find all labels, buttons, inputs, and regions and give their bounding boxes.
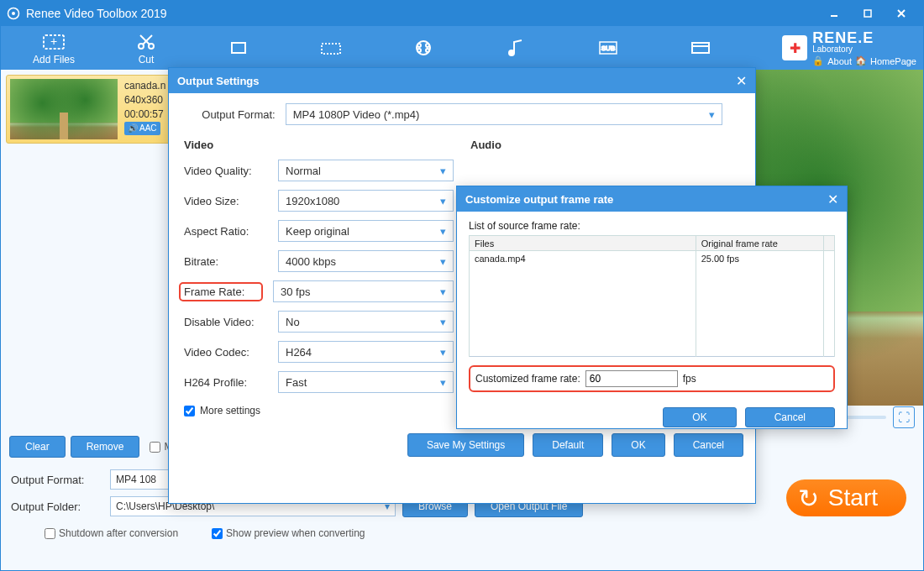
app-icon [6, 6, 21, 21]
cfr-footer: OK Cancel [457, 401, 847, 434]
about-link[interactable]: About [827, 56, 852, 66]
home-icon: 🏠 [855, 55, 867, 66]
file-duration: 00:00:57 [124, 107, 165, 122]
start-button[interactable]: Start [786, 479, 906, 516]
aspect-ratio-value: Keep original [286, 225, 349, 238]
homepage-link[interactable]: HomePage [870, 56, 916, 66]
video-size-combo[interactable]: 1920x1080▾ [278, 190, 454, 212]
output-settings-title: Output Settings [177, 75, 260, 87]
file-resolution: 640x360 [124, 93, 165, 107]
disable-video-label: Disable Video: [184, 316, 268, 328]
video-quality-combo[interactable]: Normal▾ [278, 160, 454, 181]
h264-profile-value: Fast [286, 376, 307, 389]
svg-point-18 [426, 49, 429, 52]
file-name: canada.n [124, 79, 165, 93]
more-settings-label: More settings [200, 405, 260, 416]
effects-button[interactable] [285, 36, 377, 60]
brand-logo-icon: ✚ [782, 35, 807, 60]
crop-rotate-button[interactable] [192, 36, 285, 60]
cut-label: Cut [139, 54, 155, 65]
customize-frame-rate-dialog: Customize output frame rate ✕ List of so… [456, 186, 848, 429]
aspect-ratio-label: Aspect Ratio: [184, 225, 268, 238]
source-frame-rate-table: Files Original frame rate canada.mp4 25.… [469, 235, 835, 357]
subtitle-icon: SUB [596, 36, 620, 60]
shutdown-checkbox[interactable]: Shutdown after conversion [45, 527, 178, 539]
video-codec-value: H264 [286, 346, 312, 359]
cfr-title: Customize output frame rate [465, 193, 613, 206]
chevron-down-icon: ▾ [709, 108, 715, 121]
video-size-label: Video Size: [184, 195, 268, 207]
disable-video-value: No [286, 316, 300, 328]
h264-profile-combo[interactable]: Fast▾ [278, 371, 454, 393]
video-size-value: 1920x1080 [286, 195, 339, 207]
brand: ✚ RENE.E Laboratory 🔒 About 🏠 HomePage [782, 29, 916, 66]
close-button[interactable] [885, 6, 918, 21]
custom-frame-rate-input[interactable] [585, 370, 678, 387]
crop-icon [227, 36, 250, 60]
video-quality-label: Video Quality: [184, 165, 268, 177]
save-settings-button[interactable]: Save My Settings [407, 433, 524, 457]
add-files-label: Add Files [33, 54, 75, 65]
svg-point-17 [417, 49, 421, 52]
svg-point-16 [426, 44, 429, 47]
os-output-format-label: Output Format: [202, 108, 275, 121]
add-files-button[interactable]: + Add Files [8, 30, 100, 65]
cfr-titlebar: Customize output frame rate ✕ [457, 186, 847, 212]
ribbon: + Add Files Cut SUB ✚ RENE.E Laboratory … [1, 26, 923, 70]
frame-rate-label: Frame Rate: [179, 282, 263, 301]
output-settings-close-button[interactable]: ✕ [736, 73, 747, 89]
svg-text:+: + [50, 34, 57, 48]
video-quality-value: Normal [286, 165, 321, 177]
svg-text:SUB: SUB [601, 45, 615, 52]
subtitle-button[interactable]: SUB [562, 36, 654, 60]
default-button[interactable]: Default [533, 433, 603, 457]
minimize-button[interactable] [817, 6, 851, 21]
col-files: Files [470, 236, 696, 251]
bitrate-combo[interactable]: 4000 kbps▾ [278, 250, 454, 272]
video-codec-combo[interactable]: H264▾ [278, 341, 454, 363]
os-cancel-button[interactable]: Cancel [674, 433, 743, 457]
cfr-ok-button[interactable]: OK [663, 407, 736, 427]
chevron-down-icon: ▾ [440, 316, 446, 328]
video-codec-label: Video Codec: [184, 346, 268, 359]
frame-rate-combo[interactable]: 30 fps▾ [273, 280, 454, 302]
maximize-button[interactable] [851, 6, 885, 21]
chevron-down-icon: ▾ [440, 255, 446, 268]
watermark-button[interactable] [377, 36, 470, 60]
table-row[interactable]: canada.mp4 25.00 fps [470, 251, 835, 266]
output-format-value: MP4 108 [116, 474, 156, 485]
bitrate-label: Bitrate: [184, 255, 268, 268]
more-button[interactable] [654, 36, 747, 60]
output-format-label: Output Format: [11, 474, 103, 486]
file-thumbnail [10, 79, 118, 139]
remove-button[interactable]: Remove [71, 436, 140, 458]
clear-button[interactable]: Clear [9, 436, 66, 458]
cfr-cancel-button[interactable]: Cancel [745, 407, 835, 427]
frame-rate-value: 30 fps [281, 286, 310, 298]
cut-button[interactable]: Cut [100, 30, 192, 65]
audio-badge: 🔊 AAC [124, 122, 160, 135]
music-button[interactable] [470, 36, 562, 60]
svg-rect-13 [322, 44, 340, 54]
cell-file: canada.mp4 [470, 251, 696, 266]
aspect-ratio-combo[interactable]: Keep original▾ [278, 220, 454, 242]
fullscreen-button[interactable]: ⛶ [893, 406, 915, 428]
fps-label: fps [683, 373, 696, 385]
os-output-format-combo[interactable]: MP4 1080P Video (*.mp4)▾ [286, 103, 722, 125]
svg-point-15 [417, 44, 421, 47]
col-rate: Original frame rate [696, 236, 823, 251]
chevron-down-icon: ▾ [440, 346, 446, 359]
chevron-down-icon: ▾ [440, 225, 446, 238]
svg-rect-12 [232, 43, 245, 53]
cut-icon [134, 30, 158, 54]
cfr-close-button[interactable]: ✕ [827, 191, 838, 207]
effects-icon [319, 36, 343, 60]
os-output-format-value: MP4 1080P Video (*.mp4) [293, 108, 420, 121]
cfr-list-label: List of source frame rate: [469, 220, 835, 232]
cell-rate: 25.00 fps [696, 251, 823, 266]
os-ok-button[interactable]: OK [612, 433, 664, 457]
lock-icon: 🔒 [812, 55, 824, 66]
show-preview-checkbox[interactable]: Show preview when converting [212, 527, 365, 539]
disable-video-combo[interactable]: No▾ [278, 311, 454, 333]
file-info: canada.n 640x360 00:00:57 🔊 AAC [124, 79, 165, 139]
